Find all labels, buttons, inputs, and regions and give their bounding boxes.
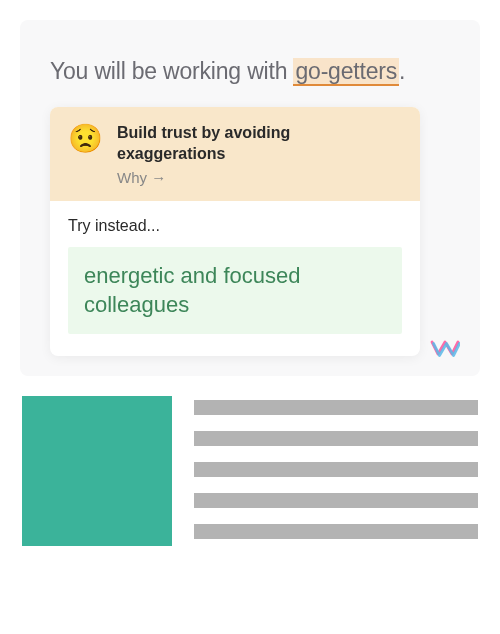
suggestion-panel: You will be working with go-getters. 😟 B… <box>20 20 480 376</box>
suggestion-title: Build trust by avoiding exaggerations <box>117 123 402 165</box>
placeholder-image-block <box>22 396 172 546</box>
placeholder-line <box>194 493 478 508</box>
placeholder-line <box>194 400 478 415</box>
placeholder-line <box>194 431 478 446</box>
sentence-prefix: You will be working with <box>50 58 293 84</box>
highlighted-phrase[interactable]: go-getters <box>293 58 399 86</box>
placeholder-line <box>194 524 478 539</box>
try-instead-label: Try instead... <box>68 217 402 235</box>
suggestion-header: 😟 Build trust by avoiding exaggerations … <box>50 107 420 201</box>
placeholder-text-lines <box>194 396 478 546</box>
brand-logo-icon <box>430 338 460 364</box>
why-link[interactable]: Why → <box>117 169 166 186</box>
worried-emoji-icon: 😟 <box>68 125 103 153</box>
suggestion-card: 😟 Build trust by avoiding exaggerations … <box>50 107 420 356</box>
suggestion-header-text: Build trust by avoiding exaggerations Wh… <box>117 123 402 187</box>
sentence-suffix: . <box>399 58 405 84</box>
placeholder-line <box>194 462 478 477</box>
suggestion-body: Try instead... energetic and focused col… <box>50 201 420 356</box>
source-sentence: You will be working with go-getters. <box>50 58 450 85</box>
replacement-text[interactable]: energetic and focused colleagues <box>68 247 402 334</box>
content-placeholder <box>0 376 500 568</box>
